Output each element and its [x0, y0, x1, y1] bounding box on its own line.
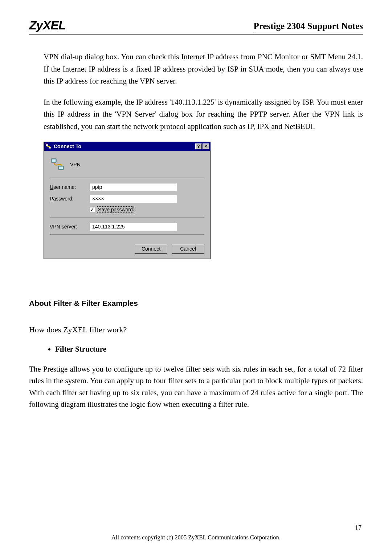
dialog-header-row: VPN — [50, 155, 204, 178]
paragraph-2: In the following example, the IP address… — [44, 96, 363, 133]
svg-rect-0 — [46, 144, 48, 146]
save-password-row: ✓ Save password — [90, 206, 204, 213]
help-button[interactable]: ? — [195, 143, 202, 149]
dialog-titlebar: Connect To ? × — [44, 142, 210, 151]
vpn-label: VPN — [70, 162, 81, 167]
cancel-button[interactable]: Cancel — [172, 244, 204, 254]
dialup-icon — [45, 143, 52, 150]
filter-section-heading: About Filter & Filter Examples — [29, 299, 363, 308]
intro-block: VPN dial-up dialog box. You can check th… — [29, 51, 363, 133]
page-number: 17 — [355, 524, 362, 532]
separator — [50, 217, 204, 218]
save-password-checkbox[interactable]: ✓ — [90, 207, 95, 212]
svg-rect-6 — [59, 167, 63, 169]
vpn-server-label: VPN server: — [50, 224, 90, 230]
logo: ZyXEL — [29, 18, 66, 32]
close-button[interactable]: × — [203, 143, 209, 149]
vpn-server-input[interactable]: 140.113.1.225 — [90, 223, 177, 231]
dialog-button-row: Connect Cancel — [50, 244, 204, 254]
filter-question: How does ZyXEL filter work? — [29, 325, 363, 335]
svg-rect-2 — [45, 143, 46, 144]
svg-rect-1 — [49, 147, 51, 149]
titlebar-buttons: ? × — [195, 143, 209, 149]
username-input[interactable]: pptp — [90, 183, 177, 191]
dialog-body: VPN User name: pptp Password: ×××× ✓ Sav… — [44, 151, 210, 259]
connect-to-dialog: Connect To ? × VPN User name: pptp — [44, 142, 211, 259]
password-label: Password: — [50, 196, 90, 202]
username-label: User name: — [50, 184, 90, 190]
save-password-label: Save password — [97, 206, 134, 213]
filter-bullet-list: Filter Structure — [55, 345, 363, 354]
password-row: Password: ×××× — [50, 195, 204, 203]
footer-copyright: All contents copyright (c) 2005 ZyXEL Co… — [0, 534, 392, 541]
vpn-connection-icon — [50, 157, 65, 172]
svg-rect-4 — [52, 159, 56, 162]
paragraph-1: VPN dial-up dialog box. You can check th… — [44, 51, 363, 88]
dialog-title: Connect To — [54, 143, 195, 149]
password-input[interactable]: ×××× — [90, 195, 177, 203]
separator-2 — [50, 234, 204, 235]
username-row: User name: pptp — [50, 183, 204, 191]
filter-paragraph: The Prestige allows you to configure up … — [29, 363, 363, 410]
page-header: ZyXEL Prestige 2304 Support Notes — [29, 18, 363, 35]
doc-title: Prestige 2304 Support Notes — [253, 21, 363, 32]
connect-button[interactable]: Connect — [135, 244, 167, 254]
vpn-server-row: VPN server: 140.113.1.225 — [50, 223, 204, 231]
filter-structure-bullet: Filter Structure — [55, 345, 363, 354]
